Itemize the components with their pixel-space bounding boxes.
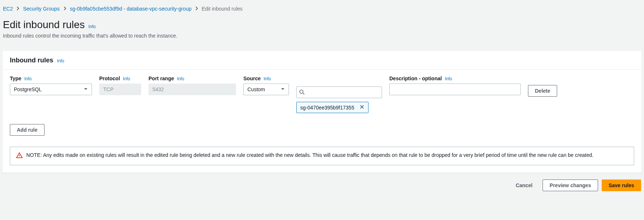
protocol-field: TCP xyxy=(99,84,141,95)
panel-title: Inbound rules xyxy=(10,57,53,64)
caret-down-icon xyxy=(281,86,285,92)
port-range-info-link[interactable]: Info xyxy=(177,76,184,81)
breadcrumb-sg-detail[interactable]: sg-0b9fa05cbe553df9d - database-vpc-secu… xyxy=(70,6,192,12)
description-label: Description - optional xyxy=(389,76,442,81)
svg-point-5 xyxy=(19,157,19,157)
delete-rule-button[interactable]: Delete xyxy=(528,85,557,97)
warning-icon xyxy=(16,152,23,160)
source-info-link[interactable]: Info xyxy=(263,76,271,81)
inbound-rules-panel: Inbound rules Info Type Info PostgreSQL … xyxy=(2,50,642,173)
port-range-label: Port range xyxy=(149,76,174,81)
search-icon xyxy=(299,89,305,96)
type-info-link[interactable]: Info xyxy=(24,76,32,81)
page-title-info-link[interactable]: Info xyxy=(88,24,96,29)
caret-down-icon xyxy=(84,86,88,92)
breadcrumb-security-groups[interactable]: Security Groups xyxy=(23,6,59,12)
remove-token-button[interactable] xyxy=(359,104,365,111)
port-range-field: 5432 xyxy=(149,84,236,95)
breadcrumb-ec2[interactable]: EC2 xyxy=(3,6,13,12)
footer-actions: Cancel Preview changes Save rules xyxy=(2,173,642,191)
type-value: PostgreSQL xyxy=(14,86,42,92)
source-mode-select[interactable]: Custom xyxy=(243,84,289,95)
source-search-input[interactable] xyxy=(296,86,382,98)
rule-row: Type Info PostgreSQL Protocol Info TCP xyxy=(3,70,641,113)
note-box: NOTE: Any edits made on existing rules w… xyxy=(10,147,634,165)
source-token: sg-0470ee395b9f17355 xyxy=(296,102,369,113)
close-icon xyxy=(359,105,365,111)
source-mode-value: Custom xyxy=(247,86,265,92)
chevron-right-icon xyxy=(194,6,199,12)
page-description: Inbound rules control the incoming traff… xyxy=(3,31,641,39)
type-select[interactable]: PostgreSQL xyxy=(10,84,92,95)
protocol-info-link[interactable]: Info xyxy=(123,76,130,81)
port-range-value: 5432 xyxy=(153,86,164,92)
source-token-label: sg-0470ee395b9f17355 xyxy=(300,105,354,111)
add-rule-button[interactable]: Add rule xyxy=(10,124,45,136)
preview-changes-button[interactable]: Preview changes xyxy=(543,180,598,191)
protocol-label: Protocol xyxy=(99,76,120,81)
breadcrumb-current: Edit inbound rules xyxy=(202,6,243,12)
page-header: Edit inbound rules Info Inbound rules co… xyxy=(2,14,642,42)
description-info-link[interactable]: Info xyxy=(445,76,452,81)
svg-line-1 xyxy=(303,93,304,94)
page-title: Edit inbound rules xyxy=(3,19,85,31)
breadcrumb: EC2 Security Groups sg-0b9fa05cbe553df9d… xyxy=(2,0,642,14)
chevron-right-icon xyxy=(63,6,67,12)
type-label: Type xyxy=(10,76,22,81)
panel-info-link[interactable]: Info xyxy=(57,58,64,63)
note-text: NOTE: Any edits made on existing rules w… xyxy=(26,152,593,158)
description-input[interactable] xyxy=(389,84,521,95)
svg-point-0 xyxy=(300,90,303,93)
cancel-button[interactable]: Cancel xyxy=(509,180,539,191)
source-label: Source xyxy=(243,76,261,81)
save-rules-button[interactable]: Save rules xyxy=(602,180,641,191)
chevron-right-icon xyxy=(16,6,20,12)
protocol-value: TCP xyxy=(103,86,113,92)
